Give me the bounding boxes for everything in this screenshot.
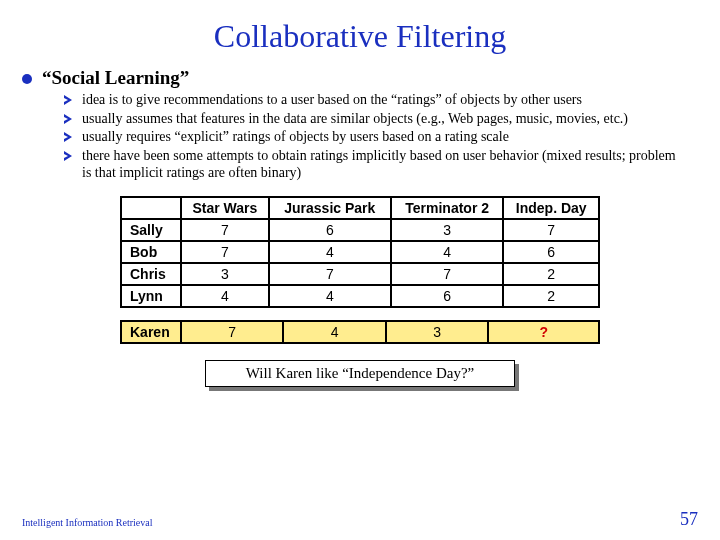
col-header: Terminator 2	[391, 197, 504, 219]
col-header: Star Wars	[181, 197, 269, 219]
chevron-icon	[64, 95, 74, 105]
corner-cell	[121, 197, 181, 219]
cell: 3	[391, 219, 504, 241]
slide-number: 57	[680, 509, 698, 530]
row-name: Karen	[121, 321, 181, 343]
cell: 4	[391, 241, 504, 263]
chevron-icon	[64, 114, 74, 124]
cell: 7	[181, 241, 269, 263]
table-row: Chris 3 7 7 2	[121, 263, 599, 285]
cell: 4	[181, 285, 269, 307]
page-title: Collaborative Filtering	[0, 18, 720, 55]
cell: 6	[269, 219, 391, 241]
sub-bullet-list: idea is to give recommendations to a use…	[64, 91, 683, 182]
col-header: Jurassic Park	[269, 197, 391, 219]
row-name: Sally	[121, 219, 181, 241]
cell: 3	[386, 321, 488, 343]
list-item-text: usually assumes that features in the dat…	[82, 110, 628, 128]
list-item-text: usually requires “explicit” ratings of o…	[82, 128, 509, 146]
ratings-tables: Star Wars Jurassic Park Terminator 2 Ind…	[120, 196, 600, 344]
cell: 7	[503, 219, 599, 241]
cell: 4	[283, 321, 385, 343]
bullet-icon	[22, 74, 32, 84]
list-item: there have been some attempts to obtain …	[64, 147, 683, 182]
caption-text: Will Karen like “Independence Day?”	[205, 360, 515, 387]
row-name: Bob	[121, 241, 181, 263]
known-ratings-table: Star Wars Jurassic Park Terminator 2 Ind…	[120, 196, 600, 308]
query-ratings-table: Karen 7 4 3 ?	[120, 320, 600, 344]
chevron-icon	[64, 132, 74, 142]
table-header-row: Star Wars Jurassic Park Terminator 2 Ind…	[121, 197, 599, 219]
unknown-cell: ?	[488, 321, 599, 343]
cell: 7	[269, 263, 391, 285]
cell: 4	[269, 285, 391, 307]
footer-left: Intelligent Information Retrieval	[22, 517, 153, 528]
cell: 6	[391, 285, 504, 307]
table-row: Lynn 4 4 6 2	[121, 285, 599, 307]
list-item: usually requires “explicit” ratings of o…	[64, 128, 683, 146]
table-row: Bob 7 4 4 6	[121, 241, 599, 263]
list-item-text: idea is to give recommendations to a use…	[82, 91, 582, 109]
main-bullet: “Social Learning”	[22, 67, 698, 89]
heading-text: “Social Learning”	[42, 67, 189, 89]
cell: 2	[503, 285, 599, 307]
cell: 7	[391, 263, 504, 285]
row-name: Chris	[121, 263, 181, 285]
list-item: idea is to give recommendations to a use…	[64, 91, 683, 109]
list-item: usually assumes that features in the dat…	[64, 110, 683, 128]
cell: 4	[269, 241, 391, 263]
table-row: Sally 7 6 3 7	[121, 219, 599, 241]
content-area: “Social Learning” idea is to give recomm…	[0, 67, 720, 387]
list-item-text: there have been some attempts to obtain …	[82, 147, 683, 182]
cell: 7	[181, 321, 283, 343]
cell: 6	[503, 241, 599, 263]
caption-box: Will Karen like “Independence Day?”	[205, 360, 515, 387]
col-header: Indep. Day	[503, 197, 599, 219]
row-name: Lynn	[121, 285, 181, 307]
table-row: Karen 7 4 3 ?	[121, 321, 599, 343]
cell: 7	[181, 219, 269, 241]
cell: 3	[181, 263, 269, 285]
chevron-icon	[64, 151, 74, 161]
cell: 2	[503, 263, 599, 285]
